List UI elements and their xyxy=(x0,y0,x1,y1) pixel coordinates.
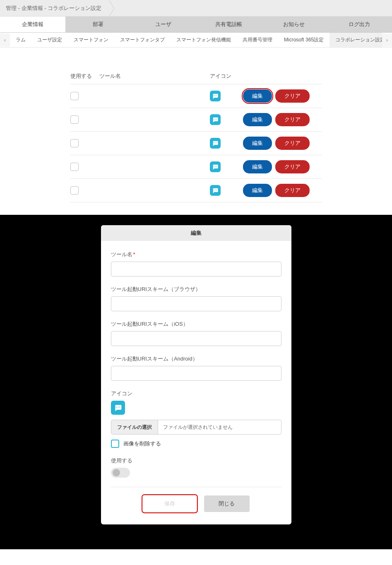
chat-bubble-icon xyxy=(212,140,219,147)
input-uri-browser[interactable] xyxy=(111,296,281,311)
edit-button[interactable]: 編集 xyxy=(243,184,272,197)
file-select-button[interactable]: ファイルの選択 xyxy=(111,420,158,434)
clear-button[interactable]: クリア xyxy=(275,160,310,173)
chat-bubble-icon xyxy=(212,163,219,170)
sub-tab-3[interactable]: スマートフォンタブ xyxy=(114,33,171,47)
label-icon: アイコン xyxy=(111,390,281,397)
chat-bubble-icon xyxy=(212,187,219,194)
table-row: 編集クリア xyxy=(70,155,322,178)
label-use: 使用する xyxy=(111,457,281,464)
file-status-text: ファイルが選択されていません xyxy=(158,420,281,434)
edit-button[interactable]: 編集 xyxy=(243,89,272,103)
clear-button[interactable]: クリア xyxy=(275,89,310,103)
edit-button[interactable]: 編集 xyxy=(243,113,272,126)
chat-bubble-icon xyxy=(212,116,219,123)
scroll-right-button[interactable]: › xyxy=(382,34,392,47)
label-uri-browser: ツール起動URIスキーム（ブラウザ） xyxy=(111,286,281,293)
delete-image-label: 画像を削除する xyxy=(123,440,161,447)
row-icon xyxy=(210,114,221,125)
clear-button[interactable]: クリア xyxy=(275,137,310,150)
use-checkbox[interactable] xyxy=(70,186,79,195)
header-icon: アイコン xyxy=(210,72,243,80)
clear-button[interactable]: クリア xyxy=(275,184,310,197)
table-row: 編集クリア xyxy=(70,178,322,202)
use-checkbox[interactable] xyxy=(70,92,79,100)
primary-tab-0[interactable]: 企業情報 xyxy=(0,17,65,32)
row-icon xyxy=(210,185,221,196)
clear-button[interactable]: クリア xyxy=(275,113,310,126)
collaboration-table-area: 使用する ツール名 アイコン 編集クリア編集クリア編集クリア編集クリア編集クリア xyxy=(0,48,392,215)
sub-tab-4[interactable]: スマートフォン発信機能 xyxy=(171,33,237,47)
use-toggle[interactable] xyxy=(111,468,130,478)
primary-tabs: 企業情報部署ユーザ共有電話帳お知らせログ出力 xyxy=(0,17,392,33)
input-uri-ios[interactable] xyxy=(111,331,281,346)
header-tool: ツール名 xyxy=(99,72,210,80)
scroll-left-button[interactable]: ‹ xyxy=(0,34,10,47)
row-icon xyxy=(210,161,221,172)
row-icon xyxy=(210,91,221,101)
sub-tab-6[interactable]: Microsoft 365設定 xyxy=(278,33,329,47)
table-row: 編集クリア xyxy=(70,108,322,131)
table-row: 編集クリア xyxy=(70,131,322,155)
input-uri-android[interactable] xyxy=(111,366,281,381)
edit-modal: 編集 ツール名* ツール起動URIスキーム（ブラウザ） ツール起動URIスキーム… xyxy=(101,225,291,524)
primary-tab-3[interactable]: 共有電話帳 xyxy=(196,17,261,32)
sub-tab-5[interactable]: 共用番号管理 xyxy=(237,33,278,47)
sub-tabs-wrap: ‹ ラムユーザ設定スマートフォンスマートフォンタブスマートフォン発信機能共用番号… xyxy=(0,33,392,48)
label-tool-name: ツール名* xyxy=(111,251,281,258)
table-row: 編集クリア xyxy=(70,84,322,108)
sub-tab-1[interactable]: ユーザ設定 xyxy=(31,33,68,47)
use-checkbox[interactable] xyxy=(70,163,79,171)
primary-tab-2[interactable]: ユーザ xyxy=(131,17,196,32)
close-button[interactable]: 閉じる xyxy=(204,495,250,512)
use-checkbox[interactable] xyxy=(70,115,79,124)
table-header-row: 使用する ツール名 アイコン xyxy=(70,68,322,84)
chat-bubble-icon xyxy=(212,93,219,99)
edit-button[interactable]: 編集 xyxy=(243,160,272,173)
label-uri-ios: ツール起動URIスキーム（iOS） xyxy=(111,320,281,328)
primary-tab-5[interactable]: ログ出力 xyxy=(327,17,392,32)
input-tool-name[interactable] xyxy=(111,262,281,276)
delete-image-checkbox[interactable] xyxy=(111,440,119,448)
sub-tab-2[interactable]: スマートフォン xyxy=(68,33,114,47)
edit-button[interactable]: 編集 xyxy=(243,137,272,150)
sub-tab-0[interactable]: ラム xyxy=(10,33,31,47)
header-use: 使用する xyxy=(70,72,99,80)
breadcrumb-bar: 管理 - 企業情報 - コラボレーション設定 xyxy=(0,0,392,17)
label-uri-android: ツール起動URIスキーム（Android） xyxy=(111,355,281,363)
save-button[interactable]: 保存 xyxy=(143,495,197,512)
modal-backdrop: 編集 ツール名* ツール起動URIスキーム（ブラウザ） ツール起動URIスキーム… xyxy=(0,215,392,549)
breadcrumb: 管理 - 企業情報 - コラボレーション設定 xyxy=(0,0,109,16)
primary-tab-4[interactable]: お知らせ xyxy=(261,17,327,32)
icon-preview xyxy=(111,401,125,415)
chat-bubble-icon xyxy=(114,404,122,412)
sub-tab-7[interactable]: コラボレーション設定 xyxy=(329,33,382,47)
modal-title: 編集 xyxy=(101,225,291,241)
file-input-row: ファイルの選択 ファイルが選択されていません xyxy=(111,420,281,435)
modal-divider xyxy=(111,487,281,487)
primary-tab-1[interactable]: 部署 xyxy=(65,17,131,32)
use-checkbox[interactable] xyxy=(70,139,79,147)
row-icon xyxy=(210,138,221,149)
